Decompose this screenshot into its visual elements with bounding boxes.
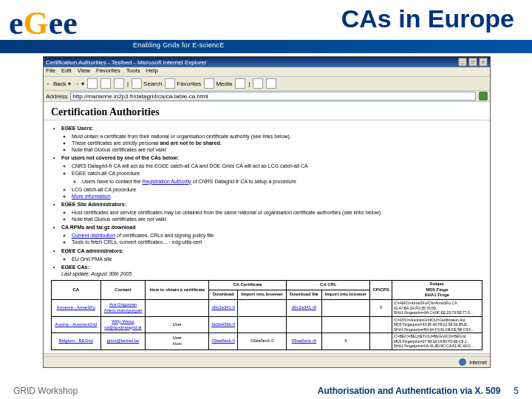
footer-right: Authorisation and Authentication via X. … xyxy=(318,386,501,396)
page-heading: Certification Authorities xyxy=(51,106,482,118)
egee-logo: eGee xyxy=(9,4,78,42)
menu-favorites[interactable]: Favorites xyxy=(96,67,120,76)
table-row: Belgium - BEGridgrids@belnet.beUserHost0… xyxy=(52,333,482,350)
menu-bar: File Edit View Favorites Tools Help xyxy=(44,67,490,77)
ca-link[interactable]: Armenia - ArmeSFo xyxy=(56,305,95,310)
th-download2: Download file xyxy=(287,290,321,300)
search-button[interactable]: Search xyxy=(132,78,162,89)
history-icon[interactable] xyxy=(235,78,245,89)
ra-link[interactable]: Registration Authority xyxy=(142,179,191,184)
print-icon[interactable] xyxy=(266,78,276,89)
menu-tools[interactable]: Tools xyxy=(126,67,140,76)
status-text: Internet xyxy=(469,360,487,365)
section-cas: EGEE CAs: xyxy=(61,265,89,270)
list-item: Tools to fetch CRLs, convert certificate… xyxy=(72,239,482,245)
th-crl: CA CRL xyxy=(287,280,370,290)
th-ca: CA xyxy=(52,280,101,299)
list-item: More information xyxy=(72,193,482,200)
stop-icon[interactable] xyxy=(87,78,98,89)
browser-window: Certification Authorities - Testbed - Mi… xyxy=(43,56,491,368)
window-minimize-button[interactable]: _ xyxy=(458,58,467,66)
current-dist-link[interactable]: Current distribution xyxy=(72,233,115,238)
contact-link[interactable]: Willy Weiszca@austriangrid.at xyxy=(104,319,141,330)
contact-link[interactable]: Ara GrigoryanArtem Harutyunyan xyxy=(104,302,143,313)
th-import: Import into browser xyxy=(238,290,287,300)
th-howto: How to obtain a certificate xyxy=(146,280,209,299)
address-label: Address xyxy=(46,93,67,100)
slide-footer: GRID Workshop Authorisation and Authenti… xyxy=(0,383,532,399)
refresh-icon[interactable] xyxy=(100,78,111,89)
address-bar: Address xyxy=(44,91,490,102)
contact-link[interactable]: grids@belnet.be xyxy=(107,338,140,343)
list-item: Note that Globus certificates are not va… xyxy=(72,146,482,153)
toolbar: ← Back ▾ → ▾ | Search Favorites Media | xyxy=(44,77,490,91)
menu-help[interactable]: Help xyxy=(146,67,157,76)
table-row: Armenia - ArmeSFoAra GrigoryanArtem Haru… xyxy=(52,300,482,317)
list-item: EU Grid PMA site xyxy=(72,256,482,262)
section-notcovered: For users not covered by one of the CAs … xyxy=(61,155,179,160)
section-caadmins: EGEE CA administrators: xyxy=(61,248,123,253)
list-item: Users have to contact the Registration A… xyxy=(82,178,482,185)
media-icon xyxy=(204,78,214,89)
list-item: Current distribution of certificates, CR… xyxy=(72,232,482,239)
window-maximize-button[interactable]: □ xyxy=(468,58,477,66)
internet-zone-icon xyxy=(459,358,466,366)
menu-file[interactable]: File xyxy=(46,67,55,76)
th-contact: Contact xyxy=(100,280,146,299)
ca-link[interactable]: Belgium - BEGrid xyxy=(59,338,93,343)
list-item: EGEE catch-all CA procedure Users have t… xyxy=(72,170,482,185)
window-title: Certification Authorities - Testbed - Mi… xyxy=(46,59,207,66)
favorites-button[interactable]: Favorites xyxy=(165,78,201,89)
list-item: These certificates are strictly personal… xyxy=(72,140,482,146)
th-download: Download xyxy=(209,290,238,300)
list-item: Host certificates and service certificat… xyxy=(72,209,482,216)
more-info-link[interactable]: More information xyxy=(72,194,111,199)
tagline: Enabling Grids for E-sciencE xyxy=(133,41,224,49)
ca-link[interactable]: Austria - AustrianGrid xyxy=(55,322,97,327)
go-button[interactable] xyxy=(479,92,488,100)
media-button[interactable]: Media xyxy=(204,78,232,89)
th-import2: Import into browser xyxy=(321,290,370,300)
list-item: Note that Globus certificates are not va… xyxy=(72,216,482,222)
window-titlebar: Certification Authorities - Testbed - Mi… xyxy=(44,57,490,67)
list-item: CNRS Datagrid-fr CA will act as the EGEE… xyxy=(72,163,482,169)
slide-title: CAs in Europe xyxy=(341,4,514,33)
window-close-button[interactable]: × xyxy=(479,58,488,66)
footer-left: GRID Workshop xyxy=(13,386,78,396)
section-users: EGEE Users: xyxy=(61,126,93,131)
list-item: LCG catch-all CA procedure xyxy=(72,186,482,193)
th-hash: SubjecMD5 FingeSHA1 Finge xyxy=(392,280,482,299)
download-link[interactable]: 03aa0ecb.0 xyxy=(212,338,235,343)
favorites-icon xyxy=(165,78,175,89)
forward-button[interactable]: → ▾ xyxy=(74,81,84,87)
list-item: Must obtain a certificate from their nat… xyxy=(72,133,482,140)
section-admins: EGEE Site Administrators: xyxy=(61,202,126,207)
mail-icon[interactable] xyxy=(253,78,263,89)
download-link[interactable]: 6e3b436b.0 xyxy=(211,322,235,327)
crl-link[interactable]: d0c2a341.r0 xyxy=(292,305,316,310)
status-bar: Internet xyxy=(44,356,490,367)
back-button[interactable]: ← Back ▾ xyxy=(46,81,71,87)
crl-link[interactable]: 03aa0ecb.r0 xyxy=(292,338,316,343)
header-bar xyxy=(0,40,532,53)
menu-edit[interactable]: Edit xyxy=(61,67,72,76)
home-icon[interactable] xyxy=(114,78,124,89)
ca-table: CA Contact How to obtain a certificate C… xyxy=(51,280,482,350)
th-cert: CA Certificate xyxy=(209,280,287,290)
page-number: 5 xyxy=(514,386,519,396)
page-content: Certification Authorities EGEE Users: Mu… xyxy=(44,102,490,354)
th-cp: CP/CPS xyxy=(370,280,392,299)
address-input[interactable] xyxy=(70,92,476,100)
table-row: Austria - AustrianGridWilly Weiszca@aust… xyxy=(52,316,482,333)
search-icon xyxy=(132,78,142,89)
last-update: Last update: August 30th 2005 xyxy=(61,271,132,276)
download-link[interactable]: d0c2a341.0 xyxy=(212,305,235,310)
section-rpms: CA RPMs and tar.gz download xyxy=(61,225,135,230)
menu-view[interactable]: View xyxy=(78,67,90,76)
